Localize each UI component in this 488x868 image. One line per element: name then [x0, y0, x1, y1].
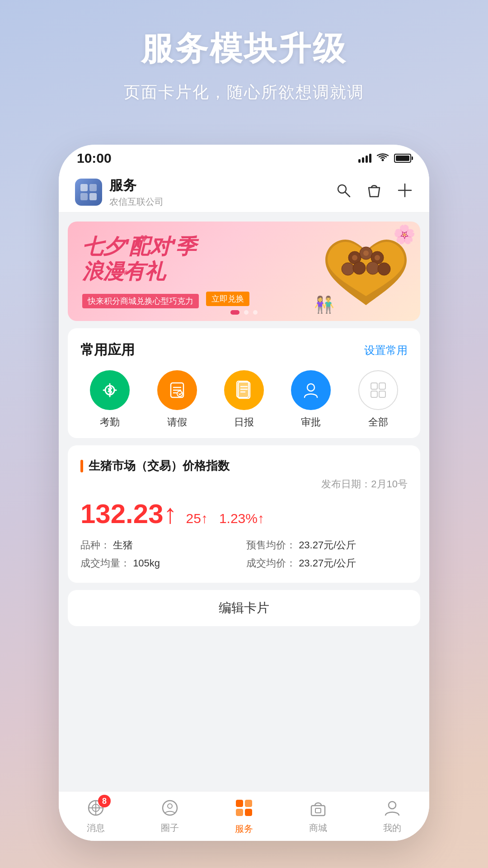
app-label-attendance: 考勤 — [100, 415, 120, 429]
app-item-all[interactable]: 全部 — [349, 370, 408, 429]
svg-point-18 — [375, 255, 380, 260]
market-price-change: 25↑ 1.23%↑ — [186, 511, 264, 526]
heart-deco-2: ♥ — [122, 267, 128, 278]
common-apps-section: 常用应用 设置常用 — [68, 328, 420, 438]
market-detail-presell: 预售均价： 23.27元/公斤 — [246, 538, 408, 552]
app-label-leave: 请假 — [167, 415, 187, 429]
app-item-attendance[interactable]: 考勤 — [80, 370, 139, 429]
status-time: 10:00 — [77, 151, 112, 166]
nav-label-mine: 我的 — [383, 822, 401, 834]
service-icon — [234, 797, 254, 818]
svg-rect-47 — [311, 806, 325, 816]
battery-fill — [396, 156, 409, 161]
app-icon-daily — [224, 370, 264, 410]
nav-item-messages[interactable]: 8 消息 — [59, 798, 133, 834]
nav-item-circle[interactable]: 圈子 — [133, 798, 207, 834]
nav-label-mall: 商城 — [309, 822, 327, 834]
app-label-approval: 审批 — [301, 415, 321, 429]
signal-icon — [358, 154, 371, 163]
chocolate-box — [321, 233, 411, 310]
status-bar: 10:00 — [59, 145, 429, 172]
banner[interactable]: 七夕'配对'季 浪漫有礼 快来积分商城兑换心型巧克力 立即兑换 🌸 — [68, 222, 420, 321]
banner-link[interactable]: 立即兑换 — [206, 292, 249, 306]
common-apps-header: 常用应用 设置常用 — [80, 341, 408, 359]
wifi-icon — [377, 152, 389, 164]
common-apps-action[interactable]: 设置常用 — [364, 343, 408, 358]
market-header: 生猪市场（交易）价格指数 — [80, 458, 408, 474]
app-item-leave[interactable]: 请假 — [147, 370, 206, 429]
banner-image: 🌸 — [312, 226, 420, 316]
app-icon-approval — [291, 370, 331, 410]
signal-bar-1 — [358, 159, 361, 163]
svg-point-32 — [307, 384, 314, 391]
add-icon[interactable] — [397, 182, 413, 202]
bottom-nav: 8 消息 圈子 — [59, 791, 429, 841]
app-label-daily: 日报 — [234, 415, 254, 429]
hero-subtitle: 页面卡片化，随心所欲想调就调 — [0, 81, 488, 104]
market-details: 品种： 生猪 预售均价： 23.27元/公斤 成交均量： 105kg 成交均价：… — [80, 538, 408, 570]
apps-grid: 考勤 — [80, 370, 408, 429]
nav-item-service[interactable]: 服务 — [207, 797, 281, 835]
bag-icon[interactable] — [366, 182, 382, 202]
svg-point-0 — [382, 159, 384, 161]
battery-icon — [394, 154, 411, 163]
svg-rect-2 — [89, 184, 97, 191]
svg-rect-33 — [371, 383, 377, 389]
edit-card-button[interactable]: 编辑卡片 — [68, 590, 420, 626]
svg-point-13 — [353, 262, 366, 274]
nav-label-service: 服务 — [235, 823, 253, 835]
page-header: 服务 农信互联公司 — [59, 172, 429, 212]
banner-tag: 快来积分商城兑换心型巧克力 — [82, 294, 199, 308]
app-item-approval[interactable]: 审批 — [282, 370, 340, 429]
svg-rect-44 — [245, 800, 252, 807]
app-logo — [75, 179, 102, 206]
app-label-all: 全部 — [368, 415, 388, 429]
svg-point-17 — [363, 250, 369, 256]
market-price-row: 132.23↑ 25↑ 1.23%↑ — [80, 498, 408, 529]
phone-screen: 10:00 — [59, 145, 429, 841]
svg-rect-36 — [379, 391, 385, 397]
banner-title: 七夕'配对'季 浪漫有礼 — [82, 234, 297, 284]
banner-dot-1 — [230, 310, 239, 315]
market-detail-volume: 成交均量： 105kg — [80, 557, 242, 570]
status-icons — [358, 152, 411, 164]
svg-rect-48 — [315, 808, 321, 813]
svg-point-12 — [342, 263, 354, 275]
market-detail-breed: 品种： 生猪 — [80, 538, 242, 552]
market-detail-price: 成交均价： 23.27元/公斤 — [246, 557, 408, 570]
mine-icon — [383, 798, 402, 817]
app-icon-leave — [157, 370, 197, 410]
signal-bar-2 — [362, 157, 364, 163]
svg-point-15 — [378, 263, 390, 275]
app-item-daily[interactable]: 日报 — [215, 370, 273, 429]
phone-frame: 10:00 — [59, 145, 429, 841]
messages-badge: 8 — [98, 795, 111, 807]
svg-rect-45 — [236, 809, 243, 816]
nav-item-mall[interactable]: 商城 — [281, 798, 355, 834]
common-apps-title: 常用应用 — [80, 341, 135, 359]
nav-item-mine[interactable]: 我的 — [355, 798, 429, 834]
market-title: 生猪市场（交易）价格指数 — [89, 458, 230, 474]
nav-icon-service-wrapper — [234, 797, 254, 820]
nav-label-messages: 消息 — [87, 822, 105, 834]
app-icon-attendance — [90, 370, 130, 410]
signal-bar-3 — [366, 156, 368, 163]
search-icon[interactable] — [335, 182, 352, 202]
banner-text-area: 七夕'配对'季 浪漫有礼 快来积分商城兑换心型巧克力 立即兑换 — [68, 223, 312, 319]
nav-label-circle: 圈子 — [161, 822, 179, 834]
signal-bar-4 — [369, 154, 371, 163]
svg-rect-31 — [237, 381, 249, 397]
svg-point-49 — [389, 802, 396, 809]
circle-icon — [160, 798, 179, 817]
svg-rect-4 — [89, 193, 97, 200]
mall-icon — [309, 798, 328, 817]
header-left: 服务 农信互联公司 — [75, 176, 164, 208]
svg-point-42 — [168, 804, 172, 808]
couple-icon: 👫 — [314, 295, 334, 314]
nav-icon-mine-wrapper — [383, 798, 402, 819]
market-indicator — [80, 460, 83, 472]
svg-point-16 — [352, 255, 357, 260]
heart-deco-1: ♥ — [140, 231, 148, 246]
nav-icon-circle-wrapper — [160, 798, 179, 819]
banner-content: 七夕'配对'季 浪漫有礼 快来积分商城兑换心型巧克力 立即兑换 🌸 — [68, 222, 420, 321]
